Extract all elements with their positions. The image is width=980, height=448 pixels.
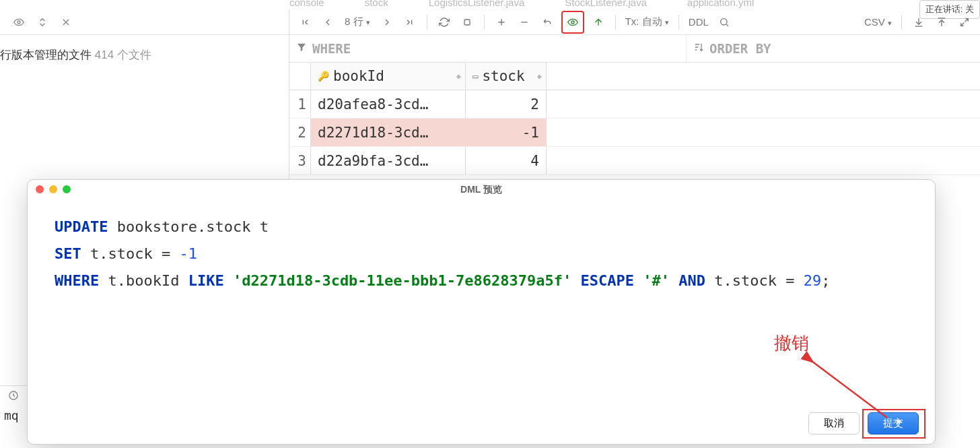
dialog-title: DML 预览	[460, 184, 502, 195]
cancel-button[interactable]: 取消	[808, 412, 860, 435]
cell-bookid[interactable]: d2271d18-3cd…	[311, 119, 466, 146]
svg-point-2	[571, 21, 574, 24]
svg-rect-1	[464, 20, 470, 25]
expand-button[interactable]	[956, 13, 973, 31]
close-icon[interactable]	[59, 15, 73, 29]
filter-icon	[296, 42, 307, 55]
row-count-label[interactable]: 8 行 ▾	[342, 15, 373, 28]
refresh-button[interactable]	[435, 13, 453, 31]
prev-page-button[interactable]	[319, 13, 337, 31]
orderby-filter[interactable]: ORDER BY	[687, 35, 980, 62]
mq-label: mq	[0, 404, 27, 426]
key-icon: 🔑	[318, 71, 329, 82]
upload-button[interactable]	[933, 13, 950, 31]
file-line-text: 行版本管理的文件	[0, 49, 92, 61]
row-number: 1	[289, 90, 311, 118]
remove-row-button[interactable]	[516, 13, 533, 31]
first-page-button[interactable]	[296, 13, 314, 31]
revert-button[interactable]	[538, 13, 556, 31]
tx-mode-dropdown[interactable]: Tx: 自动 ▾	[624, 15, 670, 28]
sort-indicator-icon: ◆	[456, 71, 461, 81]
submit-button[interactable]	[590, 13, 607, 31]
main-pane: 8 行 ▾ Tx: 自动 ▾ DDL CSV ▾	[289, 9, 980, 175]
preview-commit-highlight	[561, 11, 584, 34]
svg-point-0	[18, 21, 20, 24]
column-icon: ▭	[473, 71, 478, 82]
preview-pending-button[interactable]	[564, 13, 582, 31]
last-page-button[interactable]	[401, 13, 419, 31]
next-page-button[interactable]	[378, 13, 396, 31]
submit-button[interactable]: 提交 ➤	[868, 412, 919, 435]
sql-preview: UPDATE bookstore.stock t SET t.stock = -…	[28, 199, 935, 309]
orderby-label: ORDER BY	[709, 41, 771, 56]
close-window-icon[interactable]	[36, 185, 44, 193]
chevron-up-down-icon[interactable]	[36, 15, 49, 29]
dialog-footer: 取消 提交 ➤	[808, 412, 919, 435]
history-icon[interactable]	[0, 385, 27, 404]
editor-tabs: console stock LogisticsListener.java Sto…	[289, 0, 980, 9]
bottom-left-tools: mq	[0, 385, 27, 426]
eye-icon[interactable]	[12, 15, 26, 29]
column-header-stock[interactable]: ▭ stock ◆	[466, 63, 547, 90]
download-button[interactable]	[910, 13, 928, 31]
cell-bookid[interactable]: d22a9bfa-3cd…	[311, 147, 466, 174]
sort-indicator-icon: ◆	[537, 71, 542, 81]
svg-point-3	[721, 18, 727, 24]
ddl-button[interactable]: DDL	[687, 16, 710, 28]
where-filter[interactable]: WHERE	[289, 35, 687, 62]
tab[interactable]: stock	[365, 0, 388, 8]
sidebar-toolbar	[0, 9, 289, 35]
table-row[interactable]: 1 d20afea8-3cd… 2	[289, 90, 980, 119]
stop-button[interactable]	[458, 13, 476, 31]
filter-bar: WHERE ORDER BY	[289, 35, 980, 62]
cell-bookid[interactable]: d20afea8-3cd…	[311, 90, 466, 118]
tab[interactable]: StockListener.java	[565, 0, 647, 8]
window-controls[interactable]	[36, 185, 71, 193]
cell-stock[interactable]: -1	[466, 119, 547, 146]
cursor-icon: ➤	[895, 417, 902, 426]
export-format-dropdown[interactable]: CSV ▾	[863, 16, 893, 28]
unversioned-files-label[interactable]: 行版本管理的文件 414 个文件	[0, 47, 289, 63]
file-count: 414 个文件	[95, 49, 151, 61]
grid-header: 🔑 bookId ◆ ▭ stock ◆	[289, 62, 980, 90]
annotation-text: 撤销	[774, 331, 809, 355]
maximize-window-icon[interactable]	[63, 185, 71, 193]
sidebar-body: 行版本管理的文件 414 个文件	[0, 35, 289, 63]
data-toolbar: 8 行 ▾ Tx: 自动 ▾ DDL CSV ▾	[289, 9, 980, 35]
search-button[interactable]	[715, 13, 733, 31]
cell-stock[interactable]: 4	[466, 147, 547, 174]
minimize-window-icon[interactable]	[49, 185, 57, 193]
add-row-button[interactable]	[493, 13, 510, 31]
data-grid: 🔑 bookId ◆ ▭ stock ◆ 1 d20afea8-3cd… 2 2…	[289, 62, 980, 175]
tab[interactable]: console	[289, 0, 324, 8]
where-label: WHERE	[312, 41, 351, 56]
column-header-bookid[interactable]: 🔑 bookId ◆	[311, 63, 466, 90]
row-number: 3	[289, 147, 311, 174]
dml-preview-dialog: DML 预览 UPDATE bookstore.stock t SET t.st…	[27, 179, 936, 445]
row-number: 2	[289, 119, 311, 146]
table-row[interactable]: 3 d22a9bfa-3cd… 4	[289, 147, 980, 175]
dialog-titlebar[interactable]: DML 预览	[28, 180, 935, 199]
sort-icon	[693, 42, 704, 55]
tab[interactable]: LogisticsListener.java	[429, 0, 525, 8]
cell-stock[interactable]: 2	[466, 90, 547, 118]
table-row[interactable]: 2 d2271d18-3cd… -1	[289, 119, 980, 147]
tab[interactable]: application.yml	[687, 0, 754, 8]
